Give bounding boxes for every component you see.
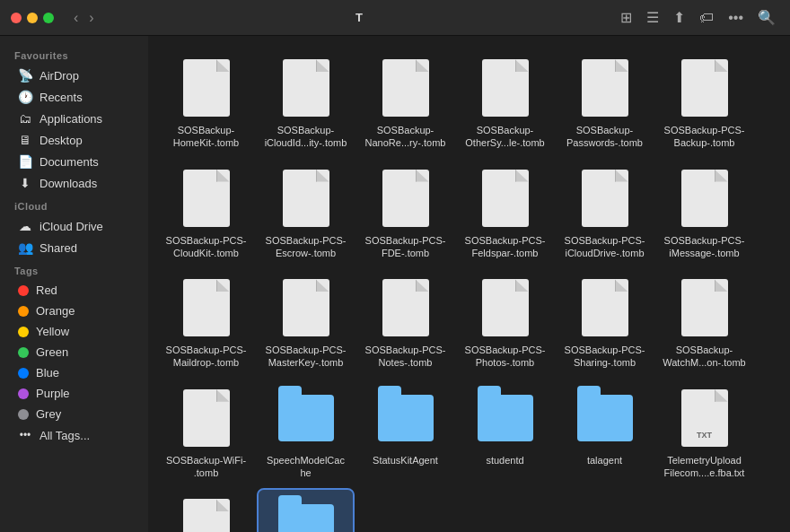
sidebar-item-label: Green: [36, 345, 68, 359]
file-label: SOSBackup-PCS- FDE-.tomb: [365, 234, 446, 260]
list-item[interactable]: studentd: [458, 380, 552, 485]
file-content-area[interactable]: SOSBackup- HomeKit-.tombSOSBackup- iClou…: [148, 36, 790, 532]
folder-icon: [377, 386, 434, 450]
list-item[interactable]: TelemetryUpload Filecom....ate2.txt: [159, 490, 253, 532]
search-icon[interactable]: 🔍: [754, 7, 779, 28]
airdrop-icon: 📡: [18, 68, 32, 83]
file-label: SOSBackup- WatchM...on-.tomb: [663, 344, 746, 370]
recents-icon: 🕐: [18, 90, 32, 104]
list-item[interactable]: SOSBackup-PCS- Escrow-.tomb: [259, 161, 353, 266]
file-label: SOSBackup- HomeKit-.tomb: [173, 124, 239, 150]
file-label: SOSBackup- OtherSy...le-.tomb: [465, 124, 544, 150]
txt-icon: [676, 386, 733, 450]
file-label: SOSBackup-PCS- MasterKey-.tomb: [266, 344, 347, 370]
applications-icon: 🗂: [18, 111, 32, 126]
grey-tag-dot: [18, 409, 29, 420]
doc-icon: [576, 56, 634, 120]
titlebar-actions: ⊞ ☰ ⬆ 🏷 ••• 🔍: [617, 7, 779, 28]
doc-icon: [576, 166, 634, 231]
list-item[interactable]: StatusKitAgent: [358, 380, 452, 485]
list-item[interactable]: SOSBackup- NanoRe...ry-.tomb: [358, 50, 452, 155]
titlebar: ‹ › T ⊞ ☰ ⬆ 🏷 ••• 🔍: [0, 0, 790, 36]
view-list-icon[interactable]: ☰: [643, 7, 663, 28]
list-item[interactable]: TelemetryUpload Filecom....e.fba.txt: [657, 380, 751, 485]
sidebar-item-purple[interactable]: Purple: [4, 383, 145, 404]
tag-icon[interactable]: 🏷: [696, 8, 717, 28]
list-item[interactable]: talagent: [557, 380, 652, 485]
file-label: StatusKitAgent: [373, 454, 438, 467]
sidebar-item-blue[interactable]: Blue: [4, 362, 145, 383]
sidebar-item-airdrop[interactable]: 📡 AirDrop: [4, 65, 145, 86]
sidebar-item-documents[interactable]: 📄 Documents: [4, 151, 145, 172]
icloud-drive-icon: ☁: [18, 219, 32, 233]
folder-icon: [277, 495, 335, 532]
list-item[interactable]: SOSBackup- HomeKit-.tomb: [159, 50, 253, 155]
sidebar-item-recents[interactable]: 🕐 Recents: [4, 86, 145, 108]
doc-icon: [676, 56, 733, 120]
minimize-button[interactable]: [27, 13, 38, 23]
doc-icon: [576, 275, 634, 340]
file-label: SOSBackup-PCS- CloudKit-.tomb: [166, 234, 247, 260]
sidebar-item-shared[interactable]: 👥 Shared: [4, 237, 145, 258]
forward-button[interactable]: ›: [85, 8, 97, 28]
list-item[interactable]: SOSBackup-PCS- CloudKit-.tomb: [159, 161, 253, 266]
file-label: SOSBackup-WiFi- .tomb: [166, 454, 246, 480]
list-item[interactable]: SOSBackup- WatchM...on-.tomb: [657, 270, 751, 375]
list-item[interactable]: SOSBackup-PCS- MasterKey-.tomb: [259, 270, 353, 375]
sidebar-item-orange[interactable]: Orange: [4, 301, 145, 321]
list-item[interactable]: SOSBackup-PCS- FDE-.tomb: [358, 161, 452, 266]
list-item[interactable]: SOSBackup-PCS- Feldspar-.tomb: [458, 161, 552, 266]
nav-buttons: ‹ ›: [70, 8, 98, 28]
sidebar-item-label: Documents: [40, 155, 99, 169]
list-item[interactable]: SpeechModelCac he: [259, 380, 353, 485]
sidebar-item-desktop[interactable]: 🖥 Desktop: [4, 129, 145, 151]
file-label: SOSBackup- Passwords-.tomb: [566, 124, 643, 150]
txt-icon: [178, 495, 235, 532]
sidebar: Favourites 📡 AirDrop 🕐 Recents 🗂 Applica…: [0, 36, 148, 532]
sidebar-item-red[interactable]: Red: [4, 280, 145, 301]
sidebar-item-label: Grey: [36, 407, 61, 421]
list-item[interactable]: SOSBackup-PCS- iCloudDrive-.tomb: [557, 161, 652, 266]
favourites-label: Favourites: [0, 43, 148, 65]
sidebar-item-green[interactable]: Green: [4, 342, 145, 362]
doc-icon: [277, 56, 335, 120]
file-label: SOSBackup-PCS- Escrow-.tomb: [266, 234, 347, 260]
yellow-tag-dot: [18, 327, 29, 337]
list-item[interactable]: SOSBackup-PCS- Sharing-.tomb: [557, 270, 652, 375]
sidebar-item-downloads[interactable]: ⬇ Downloads: [4, 172, 145, 194]
close-button[interactable]: [11, 13, 22, 23]
list-item[interactable]: TemporaryItems: [259, 490, 353, 532]
view-grid-icon[interactable]: ⊞: [617, 7, 636, 28]
sidebar-item-applications[interactable]: 🗂 Applications: [4, 108, 145, 129]
doc-icon: [676, 166, 733, 231]
doc-icon: [377, 166, 434, 231]
list-item[interactable]: SOSBackup- Passwords-.tomb: [557, 50, 652, 155]
sidebar-item-label: Yellow: [36, 325, 69, 338]
list-item[interactable]: SOSBackup-PCS- Maildrop-.tomb: [159, 270, 253, 375]
list-item[interactable]: SOSBackup-PCS- iMessage-.tomb: [657, 161, 751, 266]
doc-icon: [277, 275, 335, 340]
tags-label: Tags: [0, 258, 148, 280]
sidebar-item-all-tags[interactable]: ••• All Tags...: [4, 424, 145, 446]
list-item[interactable]: SOSBackup-PCS- Photos-.tomb: [458, 270, 552, 375]
blue-tag-dot: [18, 368, 29, 379]
purple-tag-dot: [18, 388, 29, 399]
list-item[interactable]: SOSBackup-PCS- Backup-.tomb: [657, 50, 751, 155]
list-item[interactable]: SOSBackup-PCS- Notes-.tomb: [358, 270, 452, 375]
doc-icon: [178, 56, 235, 120]
list-item[interactable]: SOSBackup- iCloudId...ity-.tomb: [259, 50, 353, 155]
back-button[interactable]: ‹: [70, 8, 82, 28]
list-item[interactable]: SOSBackup- OtherSy...le-.tomb: [458, 50, 552, 155]
sidebar-item-icloud-drive[interactable]: ☁ iCloud Drive: [4, 215, 145, 237]
more-icon[interactable]: •••: [724, 8, 747, 28]
file-label: SOSBackup-PCS- Backup-.tomb: [664, 124, 745, 150]
file-label: SOSBackup-PCS- iCloudDrive-.tomb: [565, 234, 645, 260]
sidebar-item-grey[interactable]: Grey: [4, 404, 145, 424]
sidebar-item-label: Blue: [36, 366, 59, 379]
list-item[interactable]: SOSBackup-WiFi- .tomb: [159, 380, 253, 485]
maximize-button[interactable]: [43, 13, 54, 23]
sidebar-item-label: Shared: [40, 241, 77, 255]
sidebar-item-yellow[interactable]: Yellow: [4, 321, 145, 342]
share-icon[interactable]: ⬆: [670, 7, 689, 28]
file-grid: SOSBackup- HomeKit-.tombSOSBackup- iClou…: [159, 50, 779, 532]
